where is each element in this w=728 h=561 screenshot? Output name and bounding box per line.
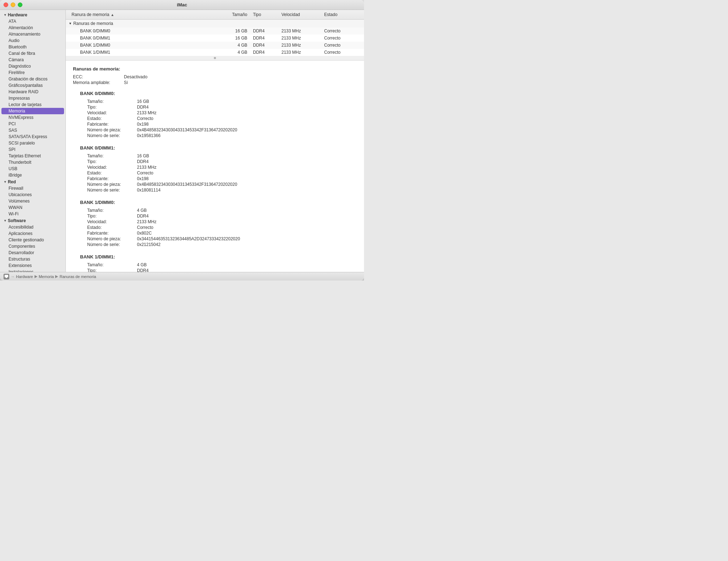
bank-row: Estado:Correcto xyxy=(87,171,357,175)
cell-name-3: BANK 1/DIMM1 xyxy=(66,49,218,56)
sidebar-item-aplicaciones[interactable]: Aplicaciones xyxy=(1,230,64,237)
sidebar-item-hardware-raid[interactable]: Hardware RAID xyxy=(1,89,64,95)
cell-size-1: 16 GB xyxy=(218,35,250,41)
sidebar-item-graficos[interactable]: Gráficos/pantallas xyxy=(1,82,64,89)
breadcrumb-bar: → Hardware ▶ Memoria ▶ Ranuras de memori… xyxy=(0,272,364,280)
sidebar-item-audio[interactable]: Audio xyxy=(1,37,64,44)
breadcrumb-hardware[interactable]: Hardware xyxy=(16,274,33,279)
sidebar[interactable]: ▼ Hardware ATA Alimentación Almacenamien… xyxy=(0,10,66,272)
sidebar-item-firewire[interactable]: FireWire xyxy=(1,69,64,76)
main-panel: Ranura de memoria ▲ Tamaño Tipo Velocida… xyxy=(66,10,364,272)
sidebar-item-ibridge[interactable]: iBridge xyxy=(1,172,64,178)
bank-row: Tamaño:16 GB xyxy=(87,99,357,104)
sidebar-item-ata[interactable]: ATA xyxy=(1,18,64,25)
sidebar-item-extensiones[interactable]: Extensiones xyxy=(1,262,64,269)
breadcrumb-ranuras[interactable]: Ranuras de memoria xyxy=(59,274,96,279)
bank-row: Estado:Correcto xyxy=(87,225,357,230)
sidebar-item-lector[interactable]: Lector de tarjetas xyxy=(1,101,64,108)
sidebar-item-canal[interactable]: Canal de fibra xyxy=(1,50,64,57)
cell-speed-2: 2133 MHz xyxy=(279,42,321,48)
sidebar-group-software[interactable]: ▼ Software xyxy=(0,217,65,224)
sidebar-item-scsi[interactable]: SCSI paralelo xyxy=(1,140,64,146)
col-header-type[interactable]: Tipo xyxy=(250,11,279,18)
sidebar-item-impresoras[interactable]: Impresoras xyxy=(1,95,64,101)
bank-1-dimm0: BANK 1/DIMM0: Tamaño:4 GB Tipo:DDR4 Velo… xyxy=(73,200,357,247)
memory-table[interactable]: ▼ Ranuras de memoria BANK 0/DIMM0 16 GB … xyxy=(66,20,364,56)
hardware-group-label: Hardware xyxy=(8,12,27,17)
sidebar-item-instalaciones[interactable]: Instalaciones xyxy=(1,269,64,272)
window-title: iMac xyxy=(177,2,187,7)
cell-speed-0: 2133 MHz xyxy=(279,28,321,34)
sidebar-group-hardware[interactable]: ▼ Hardware xyxy=(0,11,65,18)
sidebar-item-sas[interactable]: SAS xyxy=(1,127,64,133)
sidebar-item-memoria[interactable]: Memoria xyxy=(1,108,64,114)
sidebar-item-firewall[interactable]: Firewall xyxy=(1,185,64,192)
sidebar-item-tarjetas[interactable]: Tarjetas Ethernet xyxy=(1,153,64,159)
sidebar-item-ubicaciones[interactable]: Ubicaciones xyxy=(1,192,64,198)
sidebar-group-red[interactable]: ▼ Red xyxy=(0,178,65,185)
bank-1-dimm1: BANK 1/DIMM1: Tamaño:4 GB Tipo:DDR4 Velo… xyxy=(73,254,357,272)
bank-0-dimm1-details: Tamaño:16 GB Tipo:DDR4 Velocidad:2133 MH… xyxy=(87,153,357,193)
sidebar-item-cliente[interactable]: Cliente gestionado xyxy=(1,237,64,243)
cell-name-2: BANK 1/DIMM0 xyxy=(66,42,218,48)
cell-size-3: 4 GB xyxy=(218,49,250,56)
sidebar-item-spi[interactable]: SPI xyxy=(1,146,64,153)
cell-status-2: Correcto xyxy=(321,42,364,48)
table-header: Ranura de memoria ▲ Tamaño Tipo Velocida… xyxy=(66,10,364,20)
bank-1-dimm1-details: Tamaño:4 GB Tipo:DDR4 Velocidad:2133 MHz… xyxy=(87,262,357,272)
sidebar-item-accesibilidad[interactable]: Accesibilidad xyxy=(1,224,64,230)
cell-status-3: Correcto xyxy=(321,49,364,56)
scroll-dot xyxy=(214,57,216,59)
minimize-button[interactable] xyxy=(11,2,15,7)
breadcrumb-sep-3: ▶ xyxy=(55,274,58,279)
bank-1-dimm0-title: BANK 1/DIMM0: xyxy=(80,200,357,205)
sidebar-item-wwan[interactable]: WWAN xyxy=(1,204,64,211)
breadcrumb-sep-2: ▶ xyxy=(35,274,37,279)
group-triangle-icon: ▼ xyxy=(69,22,72,25)
bank-0-dimm1: BANK 0/DIMM1: Tamaño:16 GB Tipo:DDR4 Vel… xyxy=(73,145,357,193)
sidebar-item-usb[interactable]: USB xyxy=(1,166,64,172)
col-header-name[interactable]: Ranura de memoria ▲ xyxy=(66,11,218,18)
cell-speed-3: 2133 MHz xyxy=(279,49,321,56)
bank-row: Velocidad:2133 MHz xyxy=(87,219,357,224)
sidebar-item-sata[interactable]: SATA/SATA Express xyxy=(1,133,64,140)
table-row[interactable]: BANK 0/DIMM0 16 GB DDR4 2133 MHz Correct… xyxy=(66,27,364,35)
cell-type-0: DDR4 xyxy=(250,28,279,34)
sidebar-item-estructuras[interactable]: Estructuras xyxy=(1,256,64,262)
col-header-speed[interactable]: Velocidad xyxy=(279,11,321,18)
sidebar-item-alimentacion[interactable]: Alimentación xyxy=(1,25,64,31)
table-row[interactable]: BANK 1/DIMM1 4 GB DDR4 2133 MHz Correcto xyxy=(66,49,364,56)
sidebar-item-camara[interactable]: Cámara xyxy=(1,57,64,63)
cell-status-0: Correcto xyxy=(321,28,364,34)
sidebar-item-pci[interactable]: PCI xyxy=(1,121,64,127)
sidebar-item-almacenamiento[interactable]: Almacenamiento xyxy=(1,31,64,37)
col-header-status[interactable]: Estado xyxy=(321,11,364,18)
red-group-label: Red xyxy=(8,179,16,184)
sidebar-item-bluetooth[interactable]: Bluetooth xyxy=(1,44,64,50)
cell-name-1: BANK 0/DIMM1 xyxy=(66,35,218,41)
sidebar-item-wifi[interactable]: Wi-Fi xyxy=(1,211,64,217)
breadcrumb-memoria[interactable]: Memoria xyxy=(39,274,54,279)
bank-row: Número de pieza:0x4B48583234303043313453… xyxy=(87,182,357,187)
table-row[interactable]: BANK 0/DIMM1 16 GB DDR4 2133 MHz Correct… xyxy=(66,35,364,42)
close-button[interactable] xyxy=(4,2,8,7)
sidebar-item-componentes[interactable]: Componentes xyxy=(1,243,64,250)
svg-rect-0 xyxy=(5,275,8,277)
sidebar-item-nvmexpress[interactable]: NVMExpress xyxy=(1,114,64,121)
bank-row: Estado:Correcto xyxy=(87,116,357,121)
cell-speed-1: 2133 MHz xyxy=(279,35,321,41)
mem-expandable-value: Sí xyxy=(124,80,128,85)
main-window: iMac ▼ Hardware ATA Alimentación Almacen… xyxy=(0,0,364,280)
col-header-size[interactable]: Tamaño xyxy=(218,11,250,18)
sidebar-item-volumenes[interactable]: Volúmenes xyxy=(1,198,64,204)
table-group-row: ▼ Ranuras de memoria xyxy=(66,20,364,27)
sidebar-item-thunderbolt[interactable]: Thunderbolt xyxy=(1,159,64,166)
table-row[interactable]: BANK 1/DIMM0 4 GB DDR4 2133 MHz Correcto xyxy=(66,42,364,49)
breadcrumb-sep-1: → xyxy=(11,274,15,279)
sidebar-item-grabacion[interactable]: Grabación de discos xyxy=(1,76,64,82)
detail-area[interactable]: Ranuras de memoria: ECC: Desactivado Mem… xyxy=(66,61,364,272)
maximize-button[interactable] xyxy=(18,2,22,7)
bank-row: Tipo:DDR4 xyxy=(87,268,357,272)
sidebar-item-diagnostico[interactable]: Diagnóstico xyxy=(1,63,64,69)
sidebar-item-desarrollador[interactable]: Desarrollador xyxy=(1,250,64,256)
